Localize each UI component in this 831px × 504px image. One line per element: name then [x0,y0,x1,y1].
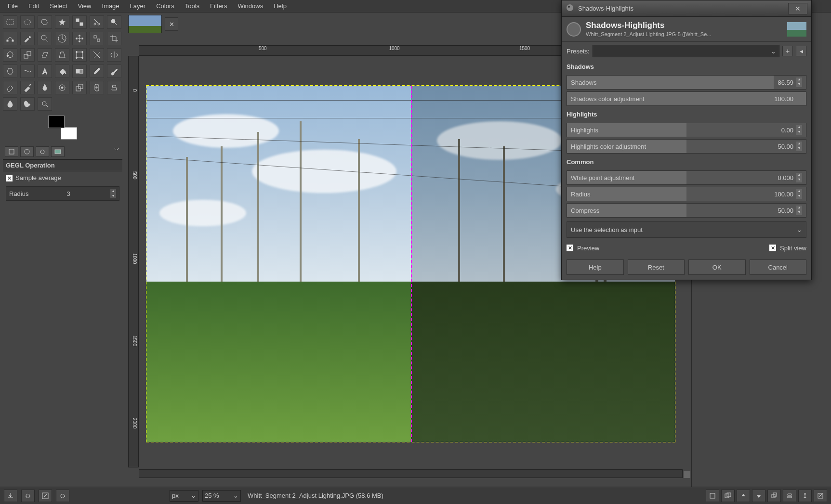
spinner-icon[interactable]: ▲▼ [796,125,802,135]
perspective-tool[interactable] [55,48,69,62]
zoom-tool[interactable] [38,32,52,45]
fg-bg-colors[interactable] [48,116,77,140]
handle-transform-tool[interactable] [90,48,104,62]
unified-transform-tool[interactable] [72,48,87,62]
delete-layer-icon[interactable] [814,490,827,502]
selection-input-dropdown[interactable]: Use the selection as input ⌄ [567,221,806,238]
reset-button[interactable]: Reset [628,259,685,275]
menu-file[interactable]: File [3,1,23,11]
highlights-color-slider[interactable]: Highlights color adjustment 50.00 ▲▼ [567,139,806,154]
split-view-divider[interactable] [411,86,412,442]
menu-colors[interactable]: Colors [151,1,179,11]
tool-options-tab-icon[interactable] [5,146,18,157]
dodge-tool[interactable] [38,97,52,111]
pencil-tool[interactable] [90,65,104,78]
sample-average-row[interactable]: ✕ Sample average [3,171,122,184]
merge-layer-icon[interactable] [783,490,796,502]
smudge-tool[interactable] [20,97,35,111]
units-dropdown[interactable]: px ⌄ [170,490,198,502]
presets-dropdown[interactable]: ⌄ [593,45,779,57]
radius-slider[interactable]: Radius 3 ▲▼ [6,186,119,201]
menu-filters[interactable]: Filters [205,1,232,11]
whitepoint-slider[interactable]: White point adjustment 0.000 ▲▼ [567,170,806,185]
cage-tool[interactable] [3,65,17,78]
eraser-tool[interactable] [3,81,17,94]
preview-checkbox-icon[interactable]: ✕ [567,245,573,251]
ok-button[interactable]: OK [688,259,746,275]
images-tab-icon[interactable] [51,146,65,157]
new-group-icon[interactable] [721,490,735,502]
flip-tool[interactable] [107,48,121,62]
bucket-fill-tool[interactable] [55,65,69,78]
free-select-tool[interactable] [38,15,52,29]
dialog-titlebar[interactable]: Shadows-Highlights ✕ [562,0,811,17]
scale-tool[interactable] [20,48,35,62]
horizontal-scrollbar[interactable] [139,469,683,478]
configure-tab-icon[interactable] [114,146,120,153]
menu-layer[interactable]: Layer [125,1,151,11]
menu-image[interactable]: Image [97,1,124,11]
radius-spinner[interactable]: ▲▼ [110,189,116,198]
compress-slider[interactable]: Compress 50.00 ▲▼ [567,203,806,218]
device-status-tab-icon[interactable] [20,146,34,157]
zoom-dropdown[interactable]: 25 % ⌄ [202,490,241,502]
align-tool[interactable] [90,32,104,45]
blur-tool[interactable] [3,97,17,111]
gradient-tool[interactable] [72,65,87,78]
foreground-select-tool[interactable] [107,15,121,29]
new-layer-icon[interactable] [706,490,719,502]
shadows-slider[interactable]: Shadows 86.59 ▲▼ [567,75,806,90]
menu-windows[interactable]: Windows [233,1,268,11]
menu-edit[interactable]: Edit [24,1,44,11]
cancel-button[interactable]: Cancel [750,259,807,275]
duplicate-layer-icon[interactable] [767,490,781,502]
paintbrush-tool[interactable] [107,65,121,78]
paths-tool[interactable] [3,32,17,45]
heal-tool[interactable] [90,81,104,94]
dialog-radius-slider[interactable]: Radius 100.00 ▲▼ [567,187,806,201]
splitview-checkbox-icon[interactable]: ✕ [769,245,776,251]
dialog-close-icon[interactable]: ✕ [788,3,807,14]
document-tab-thumbnail[interactable] [128,15,162,33]
navigation-icon[interactable] [684,471,690,478]
vertical-ruler[interactable]: 0 500 1000 1500 2000 [128,56,139,467]
airbrush-tool[interactable] [20,81,35,94]
close-tab-icon[interactable]: ✕ [165,17,178,31]
delete-icon[interactable] [39,490,52,502]
spinner-icon[interactable]: ▲▼ [796,189,802,199]
warp-tool[interactable] [20,65,35,78]
shadows-color-slider[interactable]: Shadows color adjustment 100.00 ▲▼ [567,91,806,106]
spinner-icon[interactable]: ▲▼ [796,173,802,182]
spinner-icon[interactable]: ▲▼ [796,78,802,87]
mypaint-tool[interactable] [55,81,69,94]
add-preset-icon[interactable]: + [782,46,793,56]
checkbox-checked-icon[interactable]: ✕ [6,175,13,181]
fg-color-swatch[interactable] [48,116,65,128]
ink-tool[interactable] [38,81,52,94]
undo-icon[interactable] [21,490,35,502]
clone-tool[interactable] [72,81,87,94]
text-tool[interactable] [38,65,52,78]
menu-view[interactable]: View [73,1,96,11]
menu-help[interactable]: Help [269,1,291,11]
redo-icon[interactable] [56,490,69,502]
raise-layer-icon[interactable] [737,490,750,502]
save-icon[interactable] [4,490,17,502]
spinner-icon[interactable]: ▲▼ [796,206,802,215]
undo-history-tab-icon[interactable] [36,146,49,157]
scissors-tool[interactable] [90,15,104,29]
rect-select-tool[interactable] [3,15,17,29]
bg-color-swatch[interactable] [61,127,77,140]
rotate-tool[interactable] [3,48,17,62]
ellipse-select-tool[interactable] [20,15,35,29]
by-color-select-tool[interactable] [72,15,87,29]
menu-tools[interactable]: Tools [180,1,204,11]
menu-select[interactable]: Select [45,1,72,11]
color-picker-tool[interactable] [20,32,35,45]
shear-tool[interactable] [38,48,52,62]
spinner-icon[interactable]: ▲▼ [796,142,802,151]
crop-tool[interactable] [107,32,121,45]
fuzzy-select-tool[interactable] [55,15,69,29]
perspective-clone-tool[interactable] [107,81,121,94]
lower-layer-icon[interactable] [752,490,765,502]
